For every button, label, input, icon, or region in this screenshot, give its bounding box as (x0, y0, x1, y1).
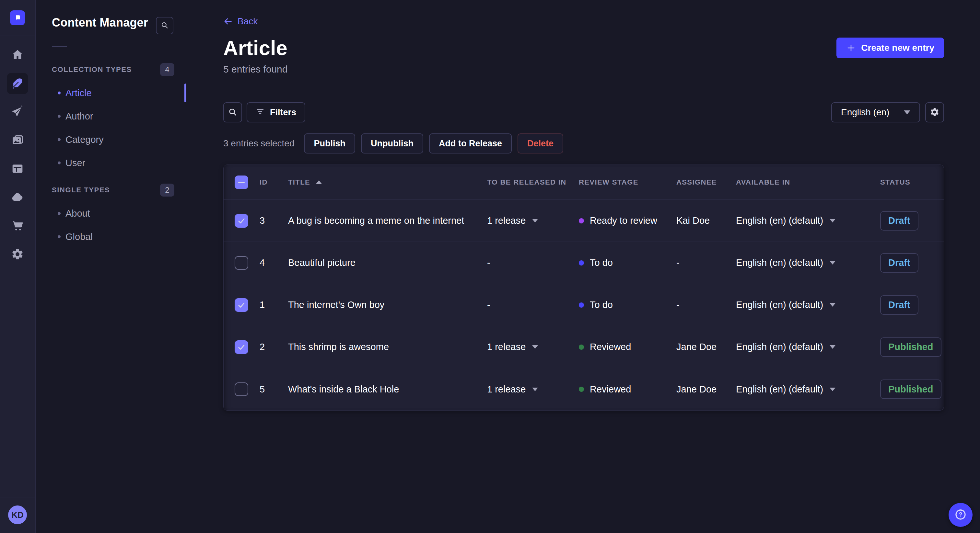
entry-row[interactable]: 2This shrimp is awesome1 releaseReviewed… (224, 326, 944, 368)
create-entry-label: Create new entry (861, 43, 934, 53)
toolbar: Filters English (en) (223, 102, 944, 122)
delete-button[interactable]: Delete (517, 133, 563, 154)
filters-label: Filters (270, 108, 296, 117)
stage-dot (579, 218, 584, 224)
filters-button[interactable]: Filters (247, 102, 305, 122)
sidebar-section: SINGLE TYPES2AboutGlobal (36, 184, 186, 248)
column-header-review-stage: REVIEW STAGE (579, 178, 676, 187)
row-checkbox[interactable] (235, 382, 248, 396)
strapi-logo-icon (13, 13, 22, 23)
review-stage: Reviewed (579, 342, 676, 352)
assignee: Kai Doe (676, 215, 736, 226)
sidebar-item-author[interactable]: Author (36, 105, 186, 128)
back-link[interactable]: Back (223, 16, 258, 27)
locale-value: English (en) (841, 107, 889, 117)
user-avatar[interactable]: KD (8, 506, 27, 524)
sidebar-divider (52, 46, 67, 47)
search-button[interactable] (223, 102, 242, 122)
locale-dropdown[interactable]: English (en) (default) (736, 257, 880, 268)
add-to-release-button[interactable]: Add to Release (429, 133, 512, 154)
table-body: 3A bug is becoming a meme on the interne… (224, 200, 944, 410)
entry-id: 1 (259, 300, 288, 310)
entry-title: This shrimp is awesome (288, 342, 487, 352)
view-settings-button[interactable] (925, 102, 944, 122)
chevron-down-icon (532, 219, 538, 222)
sidebar-title: Content Manager (52, 16, 148, 29)
row-checkbox-cell (224, 298, 259, 312)
chevron-down-icon (904, 110, 910, 114)
entry-row[interactable]: 3A bug is becoming a meme on the interne… (224, 200, 944, 242)
locale-dropdown[interactable]: English (en) (default) (736, 384, 880, 395)
section-label: COLLECTION TYPES (52, 65, 132, 74)
help-button[interactable]: ? (948, 503, 972, 527)
publish-button[interactable]: Publish (304, 133, 355, 154)
release-dropdown[interactable]: 1 release (487, 342, 579, 352)
assignee: - (676, 257, 736, 268)
status-badge: Draft (880, 295, 918, 315)
status-badge: Published (880, 379, 942, 399)
cloud-icon (11, 191, 24, 205)
sidebar-item-about[interactable]: About (36, 202, 186, 225)
release-cell: - (487, 300, 579, 310)
select-all-checkbox[interactable] (235, 176, 248, 189)
page-title: Article (223, 36, 944, 60)
nav-item-marketplace[interactable] (7, 216, 28, 236)
review-stage: To do (579, 257, 676, 268)
selection-bar: 3 entries selected PublishUnpublishAdd t… (223, 133, 944, 154)
create-entry-button[interactable]: Create new entry (837, 38, 944, 58)
release-dropdown[interactable]: 1 release (487, 215, 579, 226)
nav-item-layout[interactable] (7, 159, 28, 179)
sidebar-item-user[interactable]: User (36, 151, 186, 174)
nav-item-media[interactable] (7, 130, 28, 151)
unpublish-button[interactable]: Unpublish (361, 133, 423, 154)
entries-count: 5 entries found (223, 64, 944, 75)
column-header-id[interactable]: ID (259, 178, 288, 187)
sidebar-section: COLLECTION TYPES4ArticleAuthorCategoryUs… (36, 63, 186, 174)
release-dropdown[interactable]: 1 release (487, 384, 579, 395)
entry-id: 5 (259, 384, 288, 395)
locale-dropdown[interactable]: English (en) (default) (736, 342, 880, 352)
chevron-down-icon (532, 388, 538, 391)
entries-table: ID TITLE TO BE RELEASED IN REVIEW STAGE … (223, 165, 944, 411)
row-checkbox[interactable] (235, 256, 248, 270)
rail-bottom: KD (0, 497, 35, 533)
table-header-row: ID TITLE TO BE RELEASED IN REVIEW STAGE … (224, 165, 944, 200)
sidebar-item-article[interactable]: Article (36, 81, 186, 105)
selection-count: 3 entries selected (223, 138, 294, 149)
entry-row[interactable]: 4Beautiful picture-To do-English (en) (d… (224, 242, 944, 284)
review-stage: Reviewed (579, 384, 676, 395)
row-checkbox[interactable] (235, 340, 248, 354)
locale-dropdown[interactable]: English (en) (default) (736, 215, 880, 226)
row-checkbox-cell (224, 256, 259, 270)
status-cell: Published (880, 379, 944, 399)
sidebar-item-category[interactable]: Category (36, 128, 186, 151)
locale-select[interactable]: English (en) (831, 102, 920, 122)
row-checkbox[interactable] (235, 214, 248, 228)
stage-dot (579, 303, 584, 308)
back-label: Back (237, 16, 258, 27)
nav-item-cloud[interactable] (7, 187, 28, 208)
sort-asc-icon (316, 180, 322, 184)
column-header-title[interactable]: TITLE (288, 178, 487, 187)
entry-row[interactable]: 1The internet's Own boy-To do-English (e… (224, 284, 944, 326)
nav-item-content[interactable] (7, 73, 28, 94)
nav-item-home[interactable] (7, 45, 28, 65)
content-search-button[interactable] (156, 17, 173, 34)
locale-dropdown[interactable]: English (en) (default) (736, 300, 880, 310)
release-icon (11, 105, 24, 119)
chevron-down-icon (830, 388, 835, 391)
entry-row[interactable]: 5What's inside a Black Hole1 releaseRevi… (224, 368, 944, 410)
entry-title: What's inside a Black Hole (288, 384, 487, 395)
status-badge: Draft (880, 253, 918, 273)
row-checkbox[interactable] (235, 298, 248, 312)
column-header-available-in: AVAILABLE IN (736, 178, 880, 187)
row-checkbox-cell (224, 214, 259, 228)
nav-item-release[interactable] (7, 102, 28, 122)
sidebar: Content Manager COLLECTION TYPES4Article… (36, 0, 186, 533)
status-cell: Draft (880, 253, 944, 273)
nav-rail: KD (0, 0, 36, 533)
nav-item-settings[interactable] (7, 244, 28, 265)
sidebar-item-global[interactable]: Global (36, 225, 186, 248)
chevron-down-icon (830, 303, 835, 307)
strapi-logo[interactable] (10, 10, 25, 25)
